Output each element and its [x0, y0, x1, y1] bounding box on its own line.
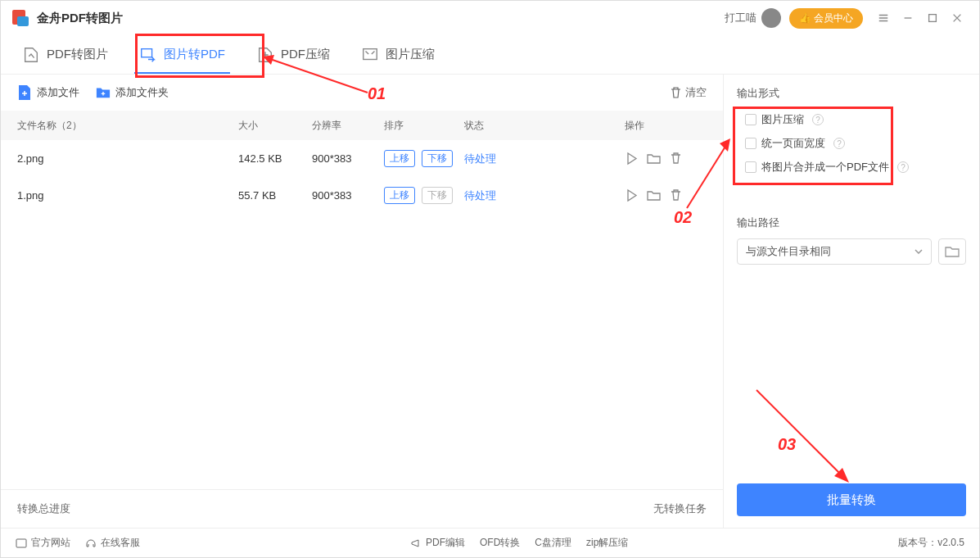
col-name-header: 文件名称（2） [17, 119, 238, 133]
tab-pdf-to-image[interactable]: PDF转图片 [17, 36, 113, 74]
add-file-icon [17, 84, 32, 101]
add-folder-button[interactable]: 添加文件夹 [96, 84, 169, 101]
output-path-title: 输出路径 [737, 215, 966, 230]
output-path-combo[interactable]: 与源文件目录相同 [737, 238, 932, 265]
col-status-header: 状态 [464, 119, 625, 133]
move-up-button[interactable]: 上移 [384, 187, 415, 204]
svg-rect-0 [929, 15, 937, 22]
globe-icon [16, 538, 27, 549]
svg-rect-3 [16, 539, 26, 547]
cell-resolution: 900*383 [312, 189, 384, 202]
trash-icon [670, 86, 682, 99]
checkbox-icon[interactable] [745, 161, 756, 173]
add-file-button[interactable]: 添加文件 [17, 84, 79, 101]
option-unify-width[interactable]: 统一页面宽度 ? [745, 136, 958, 151]
progress-label: 转换总进度 [17, 501, 70, 516]
pdf-edit-link[interactable]: PDF编辑 [410, 536, 465, 550]
output-options: 图片压缩 ? 统一页面宽度 ? 将图片合并成一个PDF文件 ? [737, 109, 966, 178]
cell-status: 待处理 [464, 152, 625, 166]
version-label: 版本号：v2.0.5 [898, 536, 964, 550]
tab-image-compress[interactable]: 图片压缩 [356, 36, 440, 74]
folder-icon[interactable] [647, 188, 661, 202]
thumb-up-icon: 👍 [799, 12, 814, 24]
option-merge-pdf[interactable]: 将图片合并成一个PDF文件 ? [745, 160, 958, 175]
app-title: 金舟PDF转图片 [37, 11, 123, 26]
app-logo-icon [11, 8, 30, 28]
headset-icon [85, 538, 97, 549]
cell-resolution: 900*383 [312, 152, 384, 165]
play-icon[interactable] [625, 152, 639, 166]
table-header: 文件名称（2） 大小 分辨率 排序 状态 操作 [1, 111, 723, 140]
image-to-pdf-icon [139, 46, 157, 64]
cell-name: 2.png [17, 152, 238, 165]
col-ops-header: 操作 [625, 119, 707, 133]
zip-link[interactable]: zip解压缩 [586, 536, 628, 550]
checkbox-icon[interactable] [745, 114, 756, 125]
cell-name: 1.png [17, 189, 238, 202]
help-icon[interactable]: ? [897, 161, 909, 173]
checkbox-icon[interactable] [745, 138, 756, 149]
play-icon[interactable] [625, 188, 639, 202]
footer: 官方网站 在线客服 PDF编辑 OFD转换 C盘清理 zip解压缩 版本号：v2… [1, 528, 979, 557]
trash-icon[interactable] [669, 152, 683, 166]
trash-icon[interactable] [669, 188, 683, 202]
cell-size: 55.7 KB [238, 189, 312, 202]
table-row: 2.png 142.5 KB 900*383 上移 下移 待处理 [1, 140, 723, 177]
svg-rect-1 [142, 48, 152, 57]
table-row: 1.png 55.7 KB 900*383 上移 下移 待处理 [1, 177, 723, 214]
output-format-title: 输出形式 [737, 86, 966, 101]
progress-bar: 转换总进度 无转换任务 [1, 489, 723, 528]
ofd-convert-link[interactable]: OFD转换 [480, 536, 520, 550]
close-icon[interactable] [945, 6, 969, 30]
user-name-label: 打工喵 [725, 11, 756, 25]
progress-status: 无转换任务 [653, 501, 707, 516]
tab-image-to-pdf[interactable]: 图片转PDF [134, 36, 230, 74]
col-sort-header: 排序 [384, 119, 464, 133]
folder-icon [945, 246, 960, 258]
title-bar: 金舟PDF转图片 打工喵 👍 会员中心 [1, 1, 979, 35]
option-compress[interactable]: 图片压缩 ? [745, 112, 958, 127]
megaphone-icon [410, 538, 422, 549]
pdf-to-image-icon [22, 46, 40, 64]
batch-convert-button[interactable]: 批量转换 [737, 483, 966, 516]
cell-status: 待处理 [464, 188, 625, 203]
move-down-button: 下移 [422, 187, 453, 204]
image-compress-icon [361, 46, 379, 64]
user-avatar-icon[interactable] [761, 8, 781, 28]
member-center-button[interactable]: 👍 会员中心 [789, 8, 863, 29]
pdf-compress-icon [256, 46, 274, 64]
clear-button[interactable]: 清空 [670, 85, 707, 100]
main-tabs: PDF转图片 图片转PDF PDF压缩 图片压缩 [1, 35, 979, 75]
help-icon[interactable]: ? [812, 114, 824, 125]
help-icon[interactable]: ? [833, 138, 845, 149]
svg-rect-2 [364, 48, 377, 59]
hamburger-menu-icon[interactable] [871, 6, 896, 30]
customer-service-link[interactable]: 在线客服 [85, 536, 140, 550]
c-clean-link[interactable]: C盘清理 [535, 536, 571, 550]
col-res-header: 分辨率 [312, 119, 384, 133]
folder-icon[interactable] [647, 152, 661, 166]
move-down-button[interactable]: 下移 [422, 150, 453, 167]
add-folder-icon [96, 84, 111, 101]
col-size-header: 大小 [238, 119, 312, 133]
tab-pdf-compress[interactable]: PDF压缩 [251, 36, 335, 74]
move-up-button[interactable]: 上移 [384, 150, 415, 167]
official-site-link[interactable]: 官方网站 [16, 536, 70, 550]
cell-size: 142.5 KB [238, 152, 312, 165]
browse-folder-button[interactable] [938, 238, 966, 265]
file-toolbar: 添加文件 添加文件夹 清空 [1, 75, 723, 111]
maximize-icon[interactable] [920, 6, 945, 30]
chevron-down-icon [915, 249, 923, 254]
minimize-icon[interactable] [896, 6, 920, 30]
